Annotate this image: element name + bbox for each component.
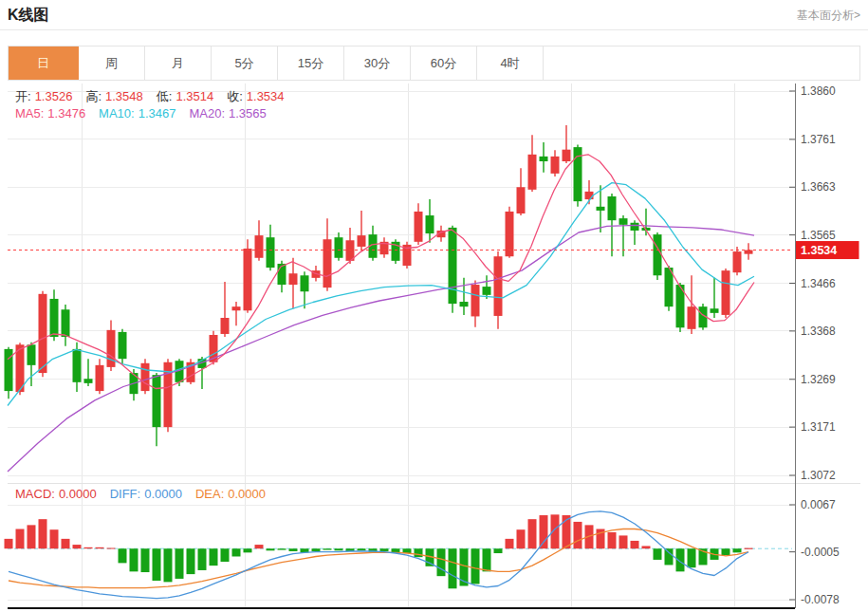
- tab-min15[interactable]: 15分: [278, 46, 344, 80]
- gridlines: [8, 83, 860, 608]
- low-label: 低:: [157, 89, 173, 103]
- dea-label: DEA:: [195, 487, 224, 501]
- tab-min5[interactable]: 5分: [212, 46, 278, 80]
- tab-day[interactable]: 日: [9, 46, 79, 80]
- diff-value: 0.0000: [144, 487, 182, 501]
- interval-tab-bar: 日周月5分15分30分60分4时: [8, 46, 860, 81]
- close-label: 收:: [227, 89, 243, 103]
- ma10-label: MA10:: [99, 106, 135, 121]
- svg-text:1.3171: 1.3171: [801, 420, 836, 434]
- tab-bar-filler: [544, 46, 859, 80]
- ma20-value: 1.3565: [229, 106, 267, 121]
- svg-text:1.3565: 1.3565: [801, 229, 836, 242]
- svg-text:1.3072: 1.3072: [801, 469, 836, 482]
- diff-label: DIFF:: [110, 487, 141, 501]
- tab-week[interactable]: 周: [79, 46, 145, 80]
- svg-text:-0.0005: -0.0005: [801, 546, 840, 559]
- main-y-axis: 1.38601.37611.36631.35651.34661.33681.32…: [789, 84, 836, 482]
- svg-text:1.3466: 1.3466: [801, 277, 836, 290]
- dea-value: 0.0000: [228, 487, 266, 501]
- svg-text:-0.0078: -0.0078: [801, 593, 840, 606]
- ma20-label: MA20:: [189, 106, 225, 121]
- tab-min30[interactable]: 30分: [344, 46, 411, 80]
- tab-hour4[interactable]: 4时: [477, 46, 544, 80]
- svg-text:1.3761: 1.3761: [801, 133, 836, 146]
- low-value: 1.3514: [175, 89, 213, 103]
- current-price-badge: 1.3534: [796, 241, 859, 259]
- high-label: 高:: [85, 89, 102, 103]
- ma5-value: 1.3476: [47, 106, 85, 121]
- ohlc-legend: 开:1.3526高:1.3548低:1.3514收:1.3534: [15, 88, 298, 105]
- macd-legend: MACD:0.0000DIFF:0.0000DEA:0.0000: [15, 487, 279, 501]
- open-value: 1.3526: [35, 89, 73, 103]
- ma-legend: MA5:1.3476MA10:1.3467MA20:1.3565: [15, 106, 280, 121]
- macd-label: MACD:: [15, 487, 55, 501]
- close-value: 1.3534: [247, 89, 285, 103]
- high-value: 1.3548: [105, 89, 143, 103]
- open-label: 开:: [15, 89, 31, 103]
- svg-text:1.3860: 1.3860: [801, 84, 836, 98]
- macd-value: 0.0000: [59, 487, 97, 501]
- candles-layer: [5, 125, 753, 446]
- macd-y-axis: 0.0067-0.0005-0.0078: [789, 498, 840, 606]
- svg-text:0.0067: 0.0067: [801, 498, 836, 511]
- ma10-line: [8, 183, 754, 406]
- tab-min60[interactable]: 60分: [411, 46, 477, 80]
- svg-text:1.3269: 1.3269: [801, 373, 836, 386]
- ma10-value: 1.3467: [139, 106, 176, 121]
- ma5-label: MA5:: [15, 106, 44, 121]
- kline-app: K线图 基本面分析> 日周月5分15分30分60分4时 开:1.3526高:1.…: [0, 0, 868, 612]
- tab-month[interactable]: 月: [145, 46, 212, 80]
- svg-text:1.3368: 1.3368: [801, 325, 836, 338]
- svg-text:1.3663: 1.3663: [801, 180, 836, 194]
- svg-text:1.3534: 1.3534: [801, 244, 837, 257]
